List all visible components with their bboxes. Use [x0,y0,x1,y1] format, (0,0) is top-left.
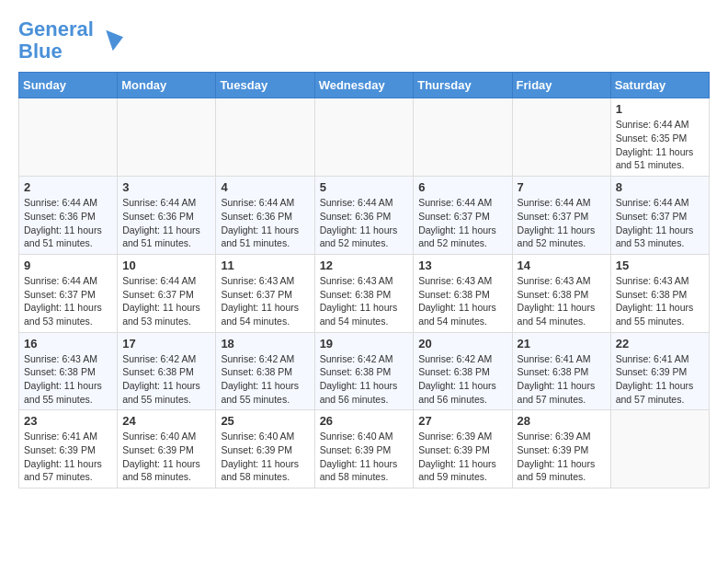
col-header-sunday: Sunday [19,73,118,98]
calendar-cell [19,98,118,177]
day-info: Sunrise: 6:42 AM Sunset: 6:38 PM Dayligh… [122,352,210,407]
calendar-cell: 8Sunrise: 6:44 AM Sunset: 6:37 PM Daylig… [610,177,709,255]
calendar-cell: 6Sunrise: 6:44 AM Sunset: 6:37 PM Daylig… [414,177,512,255]
calendar-cell: 19Sunrise: 6:42 AM Sunset: 6:38 PM Dayli… [314,332,414,410]
page-header: GeneralBlue [18,18,710,63]
day-info: Sunrise: 6:39 AM Sunset: 6:39 PM Dayligh… [518,430,606,484]
day-info: Sunrise: 6:44 AM Sunset: 6:35 PM Dayligh… [616,118,704,172]
col-header-monday: Monday [118,73,216,98]
calendar-week-1: 1Sunrise: 6:44 AM Sunset: 6:35 PM Daylig… [19,98,710,177]
day-info: Sunrise: 6:41 AM Sunset: 6:38 PM Dayligh… [518,352,606,407]
calendar-cell: 25Sunrise: 6:40 AM Sunset: 6:39 PM Dayli… [216,410,314,488]
calendar-cell: 2Sunrise: 6:44 AM Sunset: 6:36 PM Daylig… [19,177,118,255]
col-header-tuesday: Tuesday [216,73,314,98]
day-number: 2 [24,180,112,194]
day-info: Sunrise: 6:43 AM Sunset: 6:37 PM Dayligh… [221,274,309,328]
calendar-header-row: SundayMondayTuesdayWednesdayThursdayFrid… [19,73,710,98]
day-info: Sunrise: 6:43 AM Sunset: 6:38 PM Dayligh… [24,352,112,407]
day-number: 20 [418,337,506,350]
day-info: Sunrise: 6:40 AM Sunset: 6:39 PM Dayligh… [122,430,210,484]
calendar-cell [512,98,610,177]
calendar-week-4: 16Sunrise: 6:43 AM Sunset: 6:38 PM Dayli… [19,332,710,410]
day-number: 21 [518,337,606,350]
col-header-wednesday: Wednesday [314,73,414,98]
calendar-cell: 12Sunrise: 6:43 AM Sunset: 6:38 PM Dayli… [314,254,414,332]
day-number: 24 [122,414,210,428]
day-info: Sunrise: 6:41 AM Sunset: 6:39 PM Dayligh… [24,430,112,484]
calendar-cell: 15Sunrise: 6:43 AM Sunset: 6:38 PM Dayli… [610,254,709,332]
col-header-thursday: Thursday [414,73,512,98]
calendar-cell: 11Sunrise: 6:43 AM Sunset: 6:37 PM Dayli… [216,254,314,332]
day-info: Sunrise: 6:41 AM Sunset: 6:39 PM Dayligh… [616,352,704,407]
calendar-cell: 1Sunrise: 6:44 AM Sunset: 6:35 PM Daylig… [610,98,709,177]
calendar-week-3: 9Sunrise: 6:44 AM Sunset: 6:37 PM Daylig… [19,254,710,332]
calendar-cell: 17Sunrise: 6:42 AM Sunset: 6:38 PM Dayli… [118,332,216,410]
day-number: 15 [616,259,704,272]
calendar-cell [314,98,414,177]
calendar-cell: 27Sunrise: 6:39 AM Sunset: 6:39 PM Dayli… [414,410,512,488]
calendar-cell: 28Sunrise: 6:39 AM Sunset: 6:39 PM Dayli… [512,410,610,488]
calendar-cell [414,98,512,177]
day-number: 7 [518,180,606,194]
day-number: 17 [122,337,210,350]
day-info: Sunrise: 6:44 AM Sunset: 6:36 PM Dayligh… [24,196,112,250]
day-number: 11 [221,259,309,272]
day-info: Sunrise: 6:42 AM Sunset: 6:38 PM Dayligh… [320,352,409,407]
calendar-cell: 20Sunrise: 6:42 AM Sunset: 6:38 PM Dayli… [414,332,512,410]
calendar-cell [610,410,709,488]
day-number: 23 [24,414,112,428]
day-number: 1 [616,102,704,116]
svg-marker-0 [106,30,123,52]
day-number: 26 [320,414,409,428]
day-number: 25 [221,414,309,428]
calendar-cell: 23Sunrise: 6:41 AM Sunset: 6:39 PM Dayli… [19,410,118,488]
day-info: Sunrise: 6:44 AM Sunset: 6:37 PM Dayligh… [122,274,210,328]
day-info: Sunrise: 6:44 AM Sunset: 6:37 PM Dayligh… [616,196,704,250]
day-info: Sunrise: 6:40 AM Sunset: 6:39 PM Dayligh… [320,430,409,484]
calendar-cell: 18Sunrise: 6:42 AM Sunset: 6:38 PM Dayli… [216,332,314,410]
calendar-week-2: 2Sunrise: 6:44 AM Sunset: 6:36 PM Daylig… [19,177,710,255]
logo-icon [96,27,123,54]
calendar-cell: 3Sunrise: 6:44 AM Sunset: 6:36 PM Daylig… [118,177,216,255]
col-header-friday: Friday [512,73,610,98]
day-info: Sunrise: 6:43 AM Sunset: 6:38 PM Dayligh… [320,274,409,328]
day-number: 4 [221,180,309,194]
calendar-cell: 14Sunrise: 6:43 AM Sunset: 6:38 PM Dayli… [512,254,610,332]
day-number: 19 [320,337,409,350]
day-info: Sunrise: 6:44 AM Sunset: 6:36 PM Dayligh… [122,196,210,250]
calendar-cell: 13Sunrise: 6:43 AM Sunset: 6:38 PM Dayli… [414,254,512,332]
logo-text: GeneralBlue [18,18,94,63]
calendar-cell: 24Sunrise: 6:40 AM Sunset: 6:39 PM Dayli… [118,410,216,488]
day-info: Sunrise: 6:43 AM Sunset: 6:38 PM Dayligh… [518,274,606,328]
day-number: 16 [24,337,112,350]
calendar-week-5: 23Sunrise: 6:41 AM Sunset: 6:39 PM Dayli… [19,410,710,488]
calendar-cell: 16Sunrise: 6:43 AM Sunset: 6:38 PM Dayli… [19,332,118,410]
day-number: 22 [616,337,704,350]
day-number: 9 [24,259,112,272]
calendar-cell: 22Sunrise: 6:41 AM Sunset: 6:39 PM Dayli… [610,332,709,410]
day-number: 8 [616,180,704,194]
day-info: Sunrise: 6:44 AM Sunset: 6:37 PM Dayligh… [24,274,112,328]
calendar-cell: 4Sunrise: 6:44 AM Sunset: 6:36 PM Daylig… [216,177,314,255]
calendar-cell: 26Sunrise: 6:40 AM Sunset: 6:39 PM Dayli… [314,410,414,488]
day-info: Sunrise: 6:39 AM Sunset: 6:39 PM Dayligh… [418,430,506,484]
day-number: 28 [518,414,606,428]
calendar-cell: 10Sunrise: 6:44 AM Sunset: 6:37 PM Dayli… [118,254,216,332]
day-info: Sunrise: 6:43 AM Sunset: 6:38 PM Dayligh… [616,274,704,328]
day-number: 18 [221,337,309,350]
day-number: 12 [320,259,409,272]
calendar-cell: 21Sunrise: 6:41 AM Sunset: 6:38 PM Dayli… [512,332,610,410]
day-number: 27 [418,414,506,428]
calendar-table: SundayMondayTuesdayWednesdayThursdayFrid… [18,72,710,488]
calendar-cell: 7Sunrise: 6:44 AM Sunset: 6:37 PM Daylig… [512,177,610,255]
day-info: Sunrise: 6:42 AM Sunset: 6:38 PM Dayligh… [418,352,506,407]
day-number: 3 [122,180,210,194]
day-number: 5 [320,180,409,194]
calendar-cell [216,98,314,177]
day-info: Sunrise: 6:44 AM Sunset: 6:37 PM Dayligh… [518,196,606,250]
day-number: 14 [518,259,606,272]
day-info: Sunrise: 6:40 AM Sunset: 6:39 PM Dayligh… [221,430,309,484]
calendar-body: 1Sunrise: 6:44 AM Sunset: 6:35 PM Daylig… [19,98,710,488]
day-number: 6 [418,180,506,194]
day-info: Sunrise: 6:44 AM Sunset: 6:36 PM Dayligh… [320,196,409,250]
